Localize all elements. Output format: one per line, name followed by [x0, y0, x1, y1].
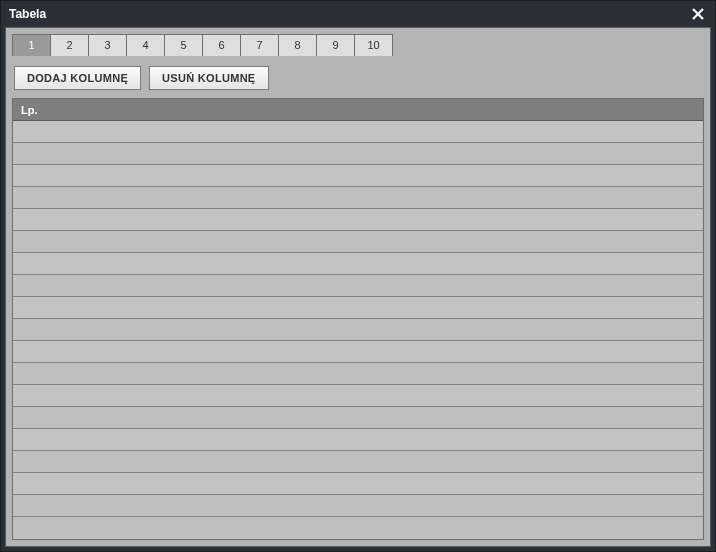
grid-body — [13, 121, 703, 539]
tab-3[interactable]: 3 — [88, 34, 127, 56]
table-row[interactable] — [13, 407, 703, 429]
table-row[interactable] — [13, 451, 703, 473]
tab-5[interactable]: 5 — [164, 34, 203, 56]
grid-column-header: Lp. — [13, 104, 38, 116]
table-row[interactable] — [13, 319, 703, 341]
table-row[interactable] — [13, 473, 703, 495]
table-row[interactable] — [13, 275, 703, 297]
table-row[interactable] — [13, 297, 703, 319]
titlebar: Tabela — [1, 1, 715, 27]
tab-9[interactable]: 9 — [316, 34, 355, 56]
tab-1[interactable]: 1 — [12, 34, 51, 56]
table-row[interactable] — [13, 253, 703, 275]
tab-6[interactable]: 6 — [202, 34, 241, 56]
window-title: Tabela — [9, 7, 46, 21]
grid-header: Lp. — [13, 99, 703, 121]
tab-4[interactable]: 4 — [126, 34, 165, 56]
remove-column-button[interactable]: USUŃ KOLUMNĘ — [149, 66, 268, 90]
tab-8[interactable]: 8 — [278, 34, 317, 56]
tab-7[interactable]: 7 — [240, 34, 279, 56]
table-row[interactable] — [13, 363, 703, 385]
tab-10[interactable]: 10 — [354, 34, 393, 56]
toolbar: DODAJ KOLUMNĘ USUŃ KOLUMNĘ — [12, 56, 704, 98]
tab-bar: 12345678910 — [12, 34, 704, 56]
close-icon — [691, 7, 705, 21]
table-row[interactable] — [13, 121, 703, 143]
table-row[interactable] — [13, 143, 703, 165]
add-column-button[interactable]: DODAJ KOLUMNĘ — [14, 66, 141, 90]
table-row[interactable] — [13, 385, 703, 407]
window: Tabela 12345678910 DODAJ KOLUMNĘ USUŃ KO… — [0, 0, 716, 552]
data-grid: Lp. — [12, 98, 704, 540]
dialog-body: 12345678910 DODAJ KOLUMNĘ USUŃ KOLUMNĘ L… — [5, 27, 711, 547]
table-row[interactable] — [13, 429, 703, 451]
table-row[interactable] — [13, 187, 703, 209]
table-row[interactable] — [13, 209, 703, 231]
tab-2[interactable]: 2 — [50, 34, 89, 56]
table-row[interactable] — [13, 341, 703, 363]
table-row[interactable] — [13, 231, 703, 253]
close-button[interactable] — [689, 5, 707, 23]
table-row[interactable] — [13, 165, 703, 187]
table-row[interactable] — [13, 495, 703, 517]
